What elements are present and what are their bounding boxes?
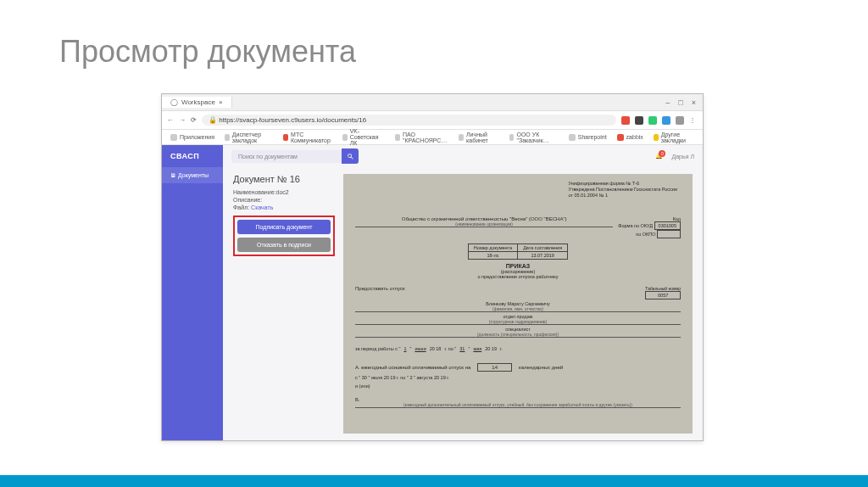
tab-close-icon[interactable]: × — [219, 98, 223, 106]
reject-button[interactable]: Отказать в подписи — [237, 238, 331, 252]
extension-icons: ⋮ — [621, 116, 698, 125]
doc-number-table: Номер документаДата составления 18-лс13.… — [468, 244, 568, 260]
document-preview: Унифицированная форма № Т-6 Утверждена П… — [343, 174, 693, 434]
work-period: за период работы с "1" июня 20 18 г. по … — [355, 346, 681, 351]
bookmark-item[interactable]: zabbix — [617, 134, 643, 141]
download-link[interactable]: Скачать — [251, 204, 273, 210]
or-label: и (или) — [355, 383, 681, 389]
content-area: Документ № 16 Наименование:doc2 Описание… — [223, 167, 703, 440]
form-header: Унифицированная форма № Т-6 Утверждена П… — [568, 181, 677, 199]
search-icon — [347, 153, 354, 160]
browser-window: ◯ Workspace × – □ × ← → ⟳ 🔒 https://svac… — [161, 93, 704, 441]
bookmark-item[interactable]: Sharepoint — [569, 134, 607, 141]
sign-button[interactable]: Подписать документ — [237, 220, 331, 234]
bookmark-item[interactable]: МТС Коммуникатор — [283, 132, 332, 143]
tab-favicon: ◯ — [170, 98, 178, 106]
bookmark-item[interactable]: Диспетчер закладок — [225, 132, 273, 143]
apps-icon — [170, 134, 177, 141]
sidebar-item-label: Документы — [178, 172, 209, 178]
section-a: А. ежегодный основной оплачиваемый отпус… — [355, 363, 681, 372]
ext-icon[interactable] — [621, 116, 630, 125]
document-panel: Документ № 16 Наименование:doc2 Описание… — [233, 174, 335, 434]
order-title: ПРИКАЗ — [355, 263, 681, 269]
search-input[interactable]: Поиск по документам — [231, 150, 342, 163]
window-minimize-icon[interactable]: – — [665, 98, 670, 107]
action-buttons-highlight: Подписать документ Отказать в подписи — [233, 216, 335, 256]
document-title: Документ № 16 — [233, 174, 335, 184]
doc-name-row: Наименование:doc2 — [233, 189, 335, 195]
main-area: Поиск по документам 🔔 0 Дарья Л Док — [223, 145, 703, 440]
doc-desc-row: Описание: — [233, 197, 335, 203]
folder-icon — [654, 134, 659, 141]
menu-icon[interactable]: ⋮ — [689, 116, 698, 125]
grant-row: Предоставить отпуск Табельный номер 0057 — [355, 286, 681, 299]
sidebar-item-documents[interactable]: 🗎 Документы — [162, 167, 223, 183]
ext-icon[interactable] — [676, 116, 684, 125]
url-field[interactable]: 🔒 https://svacp-fourseven.c9users.io/doc… — [202, 115, 616, 126]
document-icon: 🗎 — [170, 172, 176, 178]
other-bookmarks[interactable]: Другие закладки — [654, 132, 694, 143]
bookmark-icon — [395, 134, 400, 141]
apps-button[interactable]: Приложения — [170, 134, 214, 141]
bookmarks-bar: Приложения Диспетчер закладок МТС Коммун… — [162, 130, 703, 145]
browser-tab[interactable]: ◯ Workspace × — [162, 97, 232, 108]
slide-title: Просмотр документа — [0, 0, 868, 70]
nav-forward-icon[interactable]: → — [179, 116, 186, 124]
lock-icon: 🔒 — [209, 116, 217, 124]
order-sub2: о предоставлении отпуска работнику — [355, 274, 681, 279]
bookmark-item[interactable]: ПАО "КРАСНОЯРС… — [395, 132, 448, 143]
notification-badge: 0 — [659, 150, 665, 157]
app-logo[interactable]: СВАСП — [162, 145, 223, 167]
nav-back-icon[interactable]: ← — [167, 116, 174, 124]
section-b-sub: (ежегодный дополнительный оплачиваемый о… — [355, 402, 681, 408]
browser-titlebar: ◯ Workspace × – □ × — [162, 94, 703, 111]
doc-file-row: Файл: Скачать — [233, 204, 335, 210]
days-box: 14 — [477, 363, 512, 372]
org-row: Общество с ограниченной ответственностью… — [355, 216, 681, 238]
ext-icon[interactable] — [635, 116, 643, 125]
topbar: Поиск по документам 🔔 0 Дарья Л — [223, 145, 703, 167]
window-close-icon[interactable]: × — [692, 98, 696, 107]
bookmark-icon — [509, 134, 515, 141]
bookmark-item[interactable]: VK-Советская ЛК — [342, 128, 385, 146]
ext-icon[interactable] — [662, 116, 670, 125]
search-button[interactable] — [342, 148, 359, 164]
notifications-button[interactable]: 🔔 0 — [655, 153, 663, 160]
webapp: СВАСП 🗎 Документы Поиск по документам 🔔 — [162, 145, 703, 440]
bookmark-icon — [617, 134, 624, 141]
bookmark-icon — [225, 134, 230, 141]
browser-addressbar: ← → ⟳ 🔒 https://svacp-fourseven.c9users.… — [162, 111, 703, 130]
bookmark-icon — [283, 134, 288, 141]
okud-code: 0301005 — [654, 221, 681, 230]
org-sublabel: (наименование организации) — [355, 221, 613, 227]
sidebar: СВАСП 🗎 Документы — [162, 145, 223, 440]
bookmark-icon — [569, 134, 576, 141]
url-text: https://svacp-fourseven.c9users.io/docum… — [219, 116, 366, 124]
bookmark-icon — [342, 134, 348, 141]
nav-reload-icon[interactable]: ⟳ — [191, 116, 197, 124]
user-name[interactable]: Дарья Л — [671, 154, 694, 160]
ext-icon[interactable] — [648, 116, 657, 125]
bookmark-item[interactable]: Личный кабинет — [459, 132, 498, 143]
bookmark-icon — [459, 134, 464, 141]
tabel-number: 0057 — [645, 291, 681, 299]
tab-title: Workspace — [181, 98, 215, 106]
codes-block: Код Форма по ОКУД 0301005 по ОКПО — [618, 216, 681, 238]
section-a-dates: с " 30 " июля 20 19 г. по " 2 " августа … — [355, 375, 681, 380]
window-maximize-icon[interactable]: □ — [678, 98, 682, 107]
bookmark-item[interactable]: ООО УК "Заказчик… — [509, 132, 559, 143]
okpo-code — [657, 230, 681, 238]
